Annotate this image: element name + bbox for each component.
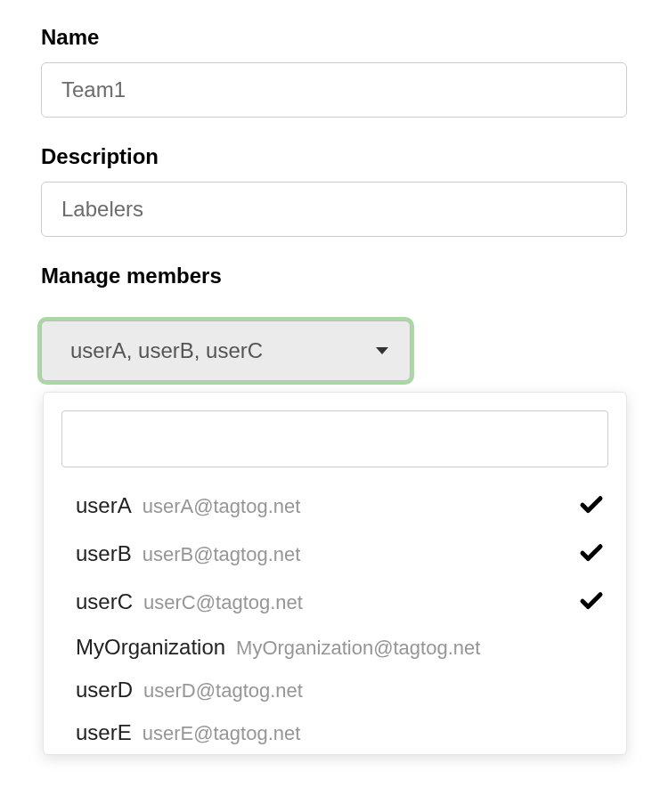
check-icon [578,587,605,617]
option-name: userD [76,678,133,702]
caret-down-icon [376,347,388,354]
multiselect-option-list: userAuserA@tagtog.netuserBuserB@tagtog.n… [61,482,608,754]
members-multiselect: userA, userB, userC userAuserA@tagtog.ne… [41,321,627,381]
option-email: MyOrganization@tagtog.net [236,637,480,660]
check-icon [578,491,605,521]
multiselect-option[interactable]: MyOrganizationMyOrganization@tagtog.net [61,626,608,669]
option-name: userA [76,493,132,518]
multiselect-dropdown: userAuserA@tagtog.netuserBuserB@tagtog.n… [43,392,627,755]
description-label: Description [41,144,627,169]
option-name: userE [76,720,132,745]
option-email: userB@tagtog.net [143,543,301,566]
multiselect-option[interactable]: userCuserC@tagtog.net [61,578,608,626]
multiselect-search-input[interactable] [61,410,608,467]
background-users-label: Users [569,773,629,798]
option-email: userC@tagtog.net [143,591,303,614]
description-input[interactable] [41,182,627,237]
multiselect-option[interactable]: userEuserE@tagtog.net [61,711,608,754]
name-label: Name [41,25,627,50]
option-text: userAuserA@tagtog.net [76,493,300,518]
option-name: MyOrganization [76,635,225,660]
team-form-panel: Name Description Manage members userA, u… [0,0,668,812]
multiselect-option[interactable]: userAuserA@tagtog.net [61,482,608,530]
option-text: userEuserE@tagtog.net [76,720,300,745]
option-name: userC [76,589,133,614]
option-text: userDuserD@tagtog.net [76,678,303,702]
option-email: userA@tagtog.net [143,495,301,518]
multiselect-option[interactable]: userBuserB@tagtog.net [61,530,608,578]
option-name: userB [76,541,132,566]
name-field-group: Name [41,25,627,118]
check-icon [578,539,605,569]
option-email: userE@tagtog.net [143,722,301,745]
description-field-group: Description [41,144,627,237]
option-text: MyOrganizationMyOrganization@tagtog.net [76,635,480,660]
manage-members-header: Manage members [41,264,627,288]
option-text: userCuserC@tagtog.net [76,589,303,614]
multiselect-trigger[interactable]: userA, userB, userC [41,321,411,381]
name-input[interactable] [41,62,627,118]
multiselect-selected-value: userA, userB, userC [70,338,263,363]
option-email: userD@tagtog.net [143,679,303,702]
multiselect-option[interactable]: userDuserD@tagtog.net [61,669,608,711]
option-text: userBuserB@tagtog.net [76,541,300,566]
